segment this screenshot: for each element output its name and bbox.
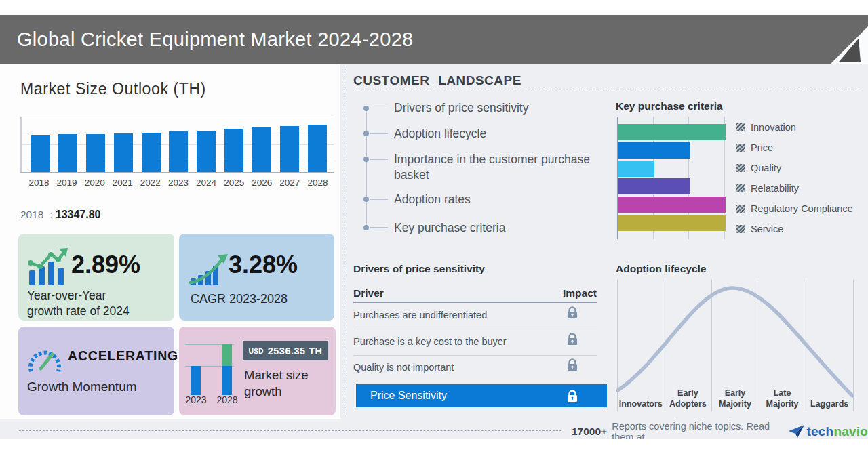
bottom-white-strip (0, 439, 868, 454)
market-bar-2018 (31, 135, 50, 172)
page-curl-decoration (830, 26, 868, 64)
lock-icon (567, 358, 578, 371)
x-tick-label: 2026 (248, 178, 276, 188)
legend-label: Price (751, 142, 773, 153)
growth-amount-chip: USD 2536.35 TH (243, 341, 328, 360)
table-header-rule (353, 302, 597, 303)
list-dot (363, 106, 369, 111)
lifecycle-labels: InnovatorsEarly AdoptersEarly MajorityLa… (617, 280, 853, 409)
legend-label: Regulatory Compliance (751, 203, 853, 214)
list-dot (363, 197, 369, 202)
footer-dashed-line (19, 430, 561, 431)
landscape-item: Adoption lifecycle (394, 126, 606, 142)
growth-card-label: Market size growth (244, 367, 309, 400)
momentum-status: ACCELERATING (68, 348, 178, 364)
list-tick (370, 159, 388, 160)
market-bar-2023 (169, 131, 188, 172)
legend-item: Price (736, 142, 853, 154)
lifecycle-stage-label: Early Majority (711, 388, 759, 410)
price-sensitivity-highlight-row: Price Sensitivity (356, 384, 607, 407)
growth-bar-2023 (191, 366, 201, 395)
table-row: Purchases are undifferentiated (353, 310, 487, 321)
list-dot (363, 131, 369, 136)
yoy-percent: 2.89% (71, 251, 140, 279)
market-bar-2026 (252, 127, 271, 172)
market-bar-2021 (114, 133, 133, 172)
legend-item: Regulatory Compliance (736, 203, 853, 215)
heading-dashed-underline (353, 89, 859, 89)
legend-item: Relatability (736, 182, 853, 194)
x-tick-label: 2018 (25, 178, 53, 188)
lifecycle-stage-label: Laggards (806, 398, 853, 409)
growth-label-line2: growth (244, 384, 282, 398)
footer: 17000+ Reports covering niche topics. Re… (572, 424, 868, 439)
price-sensitivity-title: Drivers of price sensitivity (353, 263, 485, 275)
yoy-desc-line1: Year-over-Year (27, 289, 106, 302)
x-tick-label: 2024 (193, 178, 220, 188)
legend-label: Service (751, 224, 783, 234)
cagr-percent: 3.28% (229, 251, 298, 279)
row-divider (353, 355, 597, 356)
currency-label: USD (249, 347, 264, 355)
kpc-legend: InnovationPriceQualityRelatabilityRegula… (736, 121, 853, 235)
market-bar-2022 (142, 133, 161, 172)
landscape-item: Importance in the customer purchase bask… (394, 152, 606, 183)
legend-item: Innovation (736, 121, 853, 133)
legend-swatch-icon (736, 225, 745, 233)
lock-icon-white (567, 390, 578, 403)
row-divider (353, 329, 597, 329)
lock-icon (567, 333, 578, 346)
cagr-label: CAGR 2023-2028 (191, 291, 288, 308)
legend-swatch-icon (736, 164, 745, 172)
adoption-lifecycle-title: Adoption lifecycle (616, 263, 707, 275)
legend-label: Quality (751, 163, 781, 173)
cagr-card: 3.28% CAGR 2023-2028 (179, 234, 334, 321)
lifecycle-stage-label: Late Majority (759, 388, 806, 410)
x-tick-label: 2020 (81, 178, 108, 188)
base-year-value: 2018 : 13347.80 (20, 209, 100, 221)
market-size-bars (31, 117, 327, 172)
legend-swatch-icon (736, 144, 745, 152)
technavio-logo[interactable]: technavio (788, 424, 868, 439)
kpc-bar-relatability (618, 178, 690, 194)
header-banner: Global Cricket Equipment Market 2024-202… (0, 15, 868, 64)
key-purchase-criteria-title: Key purchase criteria (616, 100, 723, 112)
highlight-row-label: Price Sensitivity (370, 390, 447, 402)
x-tick-label: 2025 (220, 178, 248, 188)
x-tick-label: 2027 (276, 178, 304, 188)
x-tick-label: 2022 (136, 178, 164, 188)
lifecycle-stage-label: Early Adopters (665, 388, 712, 410)
landscape-item: Adoption rates (394, 192, 606, 207)
table-row: Purchase is a key cost to the buyer (353, 336, 507, 347)
market-size-xlabels: 2018201920202021202220232024202520262027… (25, 178, 332, 188)
market-bar-2027 (280, 126, 299, 172)
market-bar-2025 (224, 129, 243, 172)
kpc-bar-innovation (618, 124, 726, 140)
growth-year-start: 2023 (182, 394, 210, 405)
list-connector-line (366, 108, 367, 228)
kpc-bar-price (618, 142, 690, 159)
x-tick-label: 2019 (53, 178, 81, 188)
legend-swatch-icon (736, 123, 745, 131)
bar-trend-icon (26, 247, 69, 286)
momentum-label: Growth Momentum (27, 378, 137, 395)
list-tick (370, 133, 388, 134)
column-header-driver: Driver (353, 287, 384, 300)
growth-amount: 2536.35 TH (268, 346, 323, 356)
brand-tech: tech (807, 424, 834, 439)
growth-label-line1: Market size (244, 368, 309, 382)
y-axis-line (20, 117, 22, 172)
column-header-impact: Impact (553, 287, 597, 300)
kpc-bar-quality (618, 161, 654, 177)
list-tick (370, 108, 388, 109)
landscape-item: Drivers of price sensitivity (394, 100, 606, 116)
market-bar-2024 (197, 131, 216, 172)
lifecycle-stage-label: Innovators (617, 398, 665, 409)
legend-label: Relatability (751, 183, 799, 194)
lock-icon (567, 306, 578, 319)
base-year-amount: 13347.80 (56, 209, 101, 220)
kpc-bar-service (618, 215, 726, 231)
infographic-canvas: Global Cricket Equipment Market 2024-202… (0, 0, 868, 454)
base-year-label: 2018 (20, 209, 43, 220)
kpc-bars (618, 117, 726, 231)
